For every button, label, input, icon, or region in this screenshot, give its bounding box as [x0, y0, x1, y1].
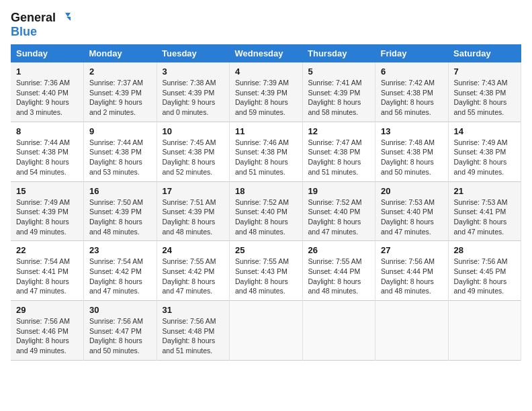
day-number: 2: [89, 66, 151, 77]
day-number: 22: [16, 245, 78, 255]
day-number: 25: [235, 245, 297, 255]
calendar-cell: 9Sunrise: 7:44 AM Sunset: 4:38 PM Daylig…: [84, 122, 157, 181]
day-info: Sunrise: 7:44 AM Sunset: 4:38 PM Dayligh…: [89, 138, 151, 177]
day-number: 15: [16, 186, 78, 196]
day-info: Sunrise: 7:45 AM Sunset: 4:38 PM Dayligh…: [163, 138, 224, 177]
calendar-cell: 26Sunrise: 7:55 AM Sunset: 4:44 PM Dayli…: [302, 241, 375, 301]
calendar-cell: 3Sunrise: 7:38 AM Sunset: 4:39 PM Daylig…: [157, 62, 230, 122]
day-number: 23: [89, 245, 151, 255]
calendar-cell: 6Sunrise: 7:42 AM Sunset: 4:38 PM Daylig…: [375, 62, 449, 122]
calendar-cell: 2Sunrise: 7:37 AM Sunset: 4:39 PM Daylig…: [84, 62, 157, 122]
calendar-cell: [230, 301, 303, 361]
day-number: 6: [381, 66, 443, 77]
day-info: Sunrise: 7:38 AM Sunset: 4:39 PM Dayligh…: [163, 78, 224, 118]
day-number: 28: [454, 245, 516, 255]
weekday-header-saturday: Saturday: [448, 44, 521, 62]
calendar-week-row: 29Sunrise: 7:56 AM Sunset: 4:46 PM Dayli…: [11, 301, 521, 361]
calendar-cell: 19Sunrise: 7:52 AM Sunset: 4:40 PM Dayli…: [302, 181, 375, 241]
day-number: 8: [16, 126, 78, 136]
logo-bird-icon: [57, 11, 71, 25]
day-number: 9: [89, 126, 151, 136]
day-info: Sunrise: 7:39 AM Sunset: 4:39 PM Dayligh…: [235, 78, 297, 118]
calendar-cell: 28Sunrise: 7:56 AM Sunset: 4:45 PM Dayli…: [448, 241, 521, 301]
calendar-cell: 12Sunrise: 7:47 AM Sunset: 4:38 PM Dayli…: [302, 122, 375, 181]
day-info: Sunrise: 7:49 AM Sunset: 4:39 PM Dayligh…: [16, 197, 78, 237]
logo-general: General: [11, 11, 56, 25]
day-info: Sunrise: 7:56 AM Sunset: 4:48 PM Dayligh…: [163, 316, 224, 356]
day-number: 7: [454, 66, 516, 77]
day-number: 30: [89, 305, 151, 315]
header: General Blue: [11, 11, 521, 39]
day-info: Sunrise: 7:52 AM Sunset: 4:40 PM Dayligh…: [235, 197, 297, 237]
day-info: Sunrise: 7:42 AM Sunset: 4:38 PM Dayligh…: [381, 78, 443, 118]
day-info: Sunrise: 7:51 AM Sunset: 4:39 PM Dayligh…: [163, 197, 224, 237]
calendar-cell: 18Sunrise: 7:52 AM Sunset: 4:40 PM Dayli…: [230, 181, 303, 241]
svg-marker-0: [65, 13, 71, 17]
day-number: 16: [89, 186, 151, 196]
svg-marker-1: [66, 17, 71, 21]
day-number: 19: [308, 186, 370, 196]
weekday-header-thursday: Thursday: [302, 44, 375, 62]
calendar-cell: 4Sunrise: 7:39 AM Sunset: 4:39 PM Daylig…: [230, 62, 303, 122]
calendar-cell: 1Sunrise: 7:36 AM Sunset: 4:40 PM Daylig…: [11, 62, 84, 122]
calendar-cell: 20Sunrise: 7:53 AM Sunset: 4:40 PM Dayli…: [375, 181, 449, 241]
day-number: 20: [381, 186, 443, 196]
day-info: Sunrise: 7:49 AM Sunset: 4:38 PM Dayligh…: [454, 138, 516, 177]
day-info: Sunrise: 7:53 AM Sunset: 4:41 PM Dayligh…: [454, 197, 516, 237]
calendar-cell: 8Sunrise: 7:44 AM Sunset: 4:38 PM Daylig…: [11, 122, 84, 181]
calendar-cell: 30Sunrise: 7:56 AM Sunset: 4:47 PM Dayli…: [84, 301, 157, 361]
calendar-cell: 25Sunrise: 7:55 AM Sunset: 4:43 PM Dayli…: [230, 241, 303, 301]
day-info: Sunrise: 7:41 AM Sunset: 4:39 PM Dayligh…: [308, 78, 370, 118]
calendar-cell: 15Sunrise: 7:49 AM Sunset: 4:39 PM Dayli…: [11, 181, 84, 241]
calendar-cell: 11Sunrise: 7:46 AM Sunset: 4:38 PM Dayli…: [230, 122, 303, 181]
day-number: 21: [454, 186, 516, 196]
calendar-cell: 13Sunrise: 7:48 AM Sunset: 4:38 PM Dayli…: [375, 122, 449, 181]
calendar-cell: [302, 301, 375, 361]
day-number: 3: [163, 66, 224, 77]
calendar-cell: 21Sunrise: 7:53 AM Sunset: 4:41 PM Dayli…: [448, 181, 521, 241]
day-number: 31: [163, 305, 224, 315]
day-info: Sunrise: 7:55 AM Sunset: 4:43 PM Dayligh…: [235, 257, 297, 296]
day-info: Sunrise: 7:56 AM Sunset: 4:47 PM Dayligh…: [89, 316, 151, 356]
calendar-cell: 31Sunrise: 7:56 AM Sunset: 4:48 PM Dayli…: [157, 301, 230, 361]
day-info: Sunrise: 7:50 AM Sunset: 4:39 PM Dayligh…: [89, 197, 151, 237]
calendar-week-row: 15Sunrise: 7:49 AM Sunset: 4:39 PM Dayli…: [11, 181, 521, 241]
calendar-table: SundayMondayTuesdayWednesdayThursdayFrid…: [11, 44, 521, 361]
day-info: Sunrise: 7:37 AM Sunset: 4:39 PM Dayligh…: [89, 78, 151, 118]
day-info: Sunrise: 7:56 AM Sunset: 4:45 PM Dayligh…: [454, 257, 516, 296]
day-info: Sunrise: 7:52 AM Sunset: 4:40 PM Dayligh…: [308, 197, 370, 237]
day-info: Sunrise: 7:47 AM Sunset: 4:38 PM Dayligh…: [308, 138, 370, 177]
day-info: Sunrise: 7:44 AM Sunset: 4:38 PM Dayligh…: [16, 138, 78, 177]
day-info: Sunrise: 7:56 AM Sunset: 4:46 PM Dayligh…: [16, 316, 78, 356]
weekday-header-monday: Monday: [84, 44, 157, 62]
day-number: 17: [163, 186, 224, 196]
day-info: Sunrise: 7:55 AM Sunset: 4:42 PM Dayligh…: [163, 257, 224, 296]
day-number: 4: [235, 66, 297, 77]
day-info: Sunrise: 7:54 AM Sunset: 4:41 PM Dayligh…: [16, 257, 78, 296]
calendar-cell: [375, 301, 449, 361]
day-info: Sunrise: 7:54 AM Sunset: 4:42 PM Dayligh…: [89, 257, 151, 296]
weekday-header-row: SundayMondayTuesdayWednesdayThursdayFrid…: [11, 44, 521, 62]
day-number: 13: [381, 126, 443, 136]
day-number: 14: [454, 126, 516, 136]
day-number: 18: [235, 186, 297, 196]
day-number: 29: [16, 305, 78, 315]
calendar-cell: 10Sunrise: 7:45 AM Sunset: 4:38 PM Dayli…: [157, 122, 230, 181]
day-info: Sunrise: 7:43 AM Sunset: 4:38 PM Dayligh…: [454, 78, 516, 118]
calendar-cell: 29Sunrise: 7:56 AM Sunset: 4:46 PM Dayli…: [11, 301, 84, 361]
calendar-cell: 23Sunrise: 7:54 AM Sunset: 4:42 PM Dayli…: [84, 241, 157, 301]
day-info: Sunrise: 7:46 AM Sunset: 4:38 PM Dayligh…: [235, 138, 297, 177]
day-number: 11: [235, 126, 297, 136]
day-number: 12: [308, 126, 370, 136]
calendar-week-row: 22Sunrise: 7:54 AM Sunset: 4:41 PM Dayli…: [11, 241, 521, 301]
calendar-week-row: 1Sunrise: 7:36 AM Sunset: 4:40 PM Daylig…: [11, 62, 521, 122]
day-info: Sunrise: 7:36 AM Sunset: 4:40 PM Dayligh…: [16, 78, 78, 118]
calendar-cell: 24Sunrise: 7:55 AM Sunset: 4:42 PM Dayli…: [157, 241, 230, 301]
day-info: Sunrise: 7:56 AM Sunset: 4:44 PM Dayligh…: [381, 257, 443, 296]
logo: General Blue: [11, 11, 71, 39]
calendar-week-row: 8Sunrise: 7:44 AM Sunset: 4:38 PM Daylig…: [11, 122, 521, 181]
weekday-header-friday: Friday: [375, 44, 449, 62]
calendar-cell: 16Sunrise: 7:50 AM Sunset: 4:39 PM Dayli…: [84, 181, 157, 241]
calendar-cell: 22Sunrise: 7:54 AM Sunset: 4:41 PM Dayli…: [11, 241, 84, 301]
calendar-cell: 5Sunrise: 7:41 AM Sunset: 4:39 PM Daylig…: [302, 62, 375, 122]
